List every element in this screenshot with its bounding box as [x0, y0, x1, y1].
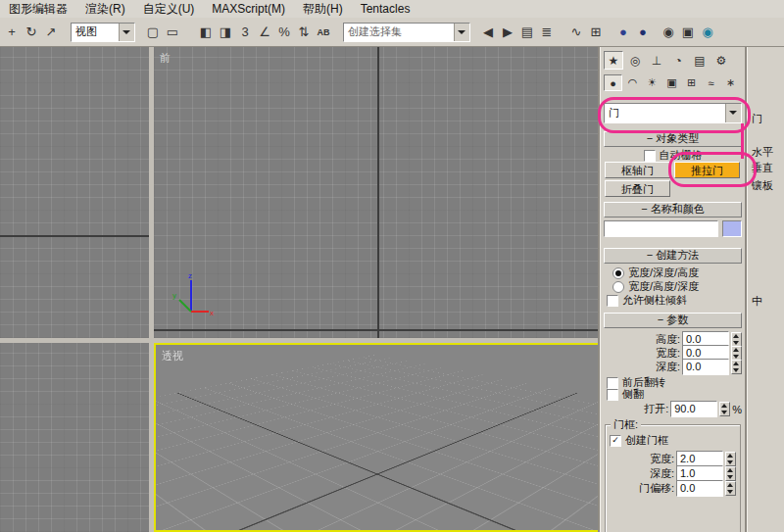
named-selection-set-value: 创建选择集: [344, 24, 454, 39]
menu-bar: 图形编辑器 渲染(R) 自定义(U) MAXScript(M) 帮助(H) Te…: [0, 0, 784, 19]
tab-modify-icon[interactable]: ◎: [625, 51, 645, 70]
menu-item-graph-editors[interactable]: 图形编辑器: [0, 0, 76, 18]
door-offset-input[interactable]: 0.0: [676, 480, 723, 497]
select-and-rotate-icon[interactable]: ↻: [22, 22, 41, 43]
tab-utilities-icon[interactable]: ⚙: [711, 51, 731, 70]
viewport-perspective-active[interactable]: 透视: [154, 343, 600, 532]
chevron-down-icon[interactable]: [119, 24, 134, 41]
object-color-swatch[interactable]: [722, 220, 742, 237]
next-selection-icon[interactable]: ▶: [498, 22, 517, 43]
door-offset-label: 门偏移:: [639, 481, 674, 496]
category-cameras-icon[interactable]: ▣: [662, 74, 681, 91]
main-toolbar: + ↻ ↗ 视图 ▢ ▭ ◧ ◨ 3 ∠ % ⇅ AB 创建选择集 ◀ ▶ ▤ …: [0, 18, 784, 47]
snap-toggle-3d-icon[interactable]: 3: [235, 22, 255, 43]
category-spacewarps-icon[interactable]: ≈: [702, 74, 720, 91]
edit-named-selection-icon[interactable]: ▤: [517, 22, 537, 43]
create-frame-checkbox[interactable]: ✓: [610, 435, 621, 447]
axis-x-label: x: [210, 309, 214, 317]
material-editor-icon[interactable]: ●: [613, 22, 633, 43]
angle-snap-icon[interactable]: ∠: [255, 22, 274, 43]
menu-item-tentacles[interactable]: Tentacles: [352, 0, 419, 18]
collapse-icon: −: [647, 249, 653, 261]
depth-spinner[interactable]: [731, 360, 742, 374]
grid-axis-line: [0, 235, 149, 237]
keyboard-override-icon[interactable]: AB: [314, 22, 333, 43]
viewport-front[interactable]: 前 z x y: [154, 47, 600, 338]
chevron-down-icon[interactable]: [454, 24, 469, 41]
folding-door-button[interactable]: 折叠门: [605, 180, 670, 197]
viewport-label[interactable]: 前: [160, 51, 171, 66]
command-panel-tabs: ★ ◎ ⊥ ◔ ▤ ⚙: [604, 51, 742, 70]
flip-hinge-checkbox[interactable]: [607, 389, 618, 401]
open-spinner[interactable]: [719, 402, 730, 416]
object-name-input[interactable]: [604, 220, 718, 237]
grid-axis-line: [154, 329, 600, 331]
tab-hierarchy-icon[interactable]: ⊥: [647, 51, 666, 70]
slate-material-editor-icon[interactable]: ●: [633, 22, 653, 43]
door-offset-row: 门偏移: 0.0: [610, 480, 736, 497]
rollout-parameters[interactable]: − 参数: [604, 313, 742, 328]
category-helpers-icon[interactable]: ⊞: [682, 74, 701, 91]
align-icon[interactable]: ◨: [216, 22, 235, 43]
chevron-down-icon[interactable]: [725, 104, 741, 122]
autogrid-label: 自动栅格: [660, 148, 703, 163]
select-and-move-icon[interactable]: +: [2, 22, 22, 43]
percent-snap-icon[interactable]: %: [274, 22, 294, 43]
tab-motion-icon[interactable]: ◔: [668, 51, 688, 70]
rollout-creation-method[interactable]: − 创建方法: [604, 248, 742, 264]
frame-depth-spinner[interactable]: [725, 466, 736, 481]
select-and-scale-icon[interactable]: ↗: [41, 22, 61, 43]
sliding-door-button[interactable]: 推拉门: [674, 162, 740, 178]
render-production-icon[interactable]: ◉: [698, 22, 717, 43]
flip-hinge-row: 侧翻: [607, 387, 742, 402]
render-setup-icon[interactable]: ◉: [659, 22, 678, 43]
named-selection-set-combo[interactable]: 创建选择集: [343, 23, 470, 42]
viewport-bottom-left[interactable]: [0, 343, 149, 532]
menu-item-help[interactable]: 帮助(H): [294, 0, 352, 18]
radio-width-height-depth[interactable]: [612, 281, 624, 293]
viewport-label[interactable]: 透视: [162, 349, 183, 363]
tab-display-icon[interactable]: ▤: [690, 51, 710, 70]
allow-jambs-checkbox[interactable]: [607, 295, 618, 307]
tab-create-icon[interactable]: ★: [604, 51, 623, 70]
axis-y-label: y: [172, 291, 176, 300]
rendered-frame-window-icon[interactable]: ▣: [678, 22, 698, 43]
geometry-category-dropdown[interactable]: 门: [604, 103, 742, 123]
menu-item-rendering[interactable]: 渲染(R): [76, 0, 134, 18]
open-unit: %: [732, 404, 742, 415]
frame-width-spinner[interactable]: [725, 452, 736, 466]
layers-icon[interactable]: ≣: [537, 22, 557, 43]
rollout-name-color[interactable]: − 名称和颜色: [604, 202, 742, 218]
category-systems-icon[interactable]: ∗: [721, 74, 740, 91]
door-offset-spinner[interactable]: [725, 481, 736, 496]
category-shapes-icon[interactable]: ◠: [623, 74, 642, 91]
radio-width-depth-height[interactable]: [612, 267, 624, 279]
autogrid-checkbox[interactable]: [644, 150, 656, 162]
category-geometry-icon[interactable]: ●: [604, 74, 622, 91]
menu-item-maxscript[interactable]: MAXScript(M): [203, 0, 294, 18]
rollout-object-type[interactable]: − 对象类型: [604, 131, 742, 147]
viewport-layout-dropdown[interactable]: 视图: [71, 23, 135, 42]
pivot-door-button[interactable]: 枢轴门: [605, 162, 670, 178]
spinner-snap-icon[interactable]: ⇅: [294, 22, 314, 43]
create-frame-row: ✓ 创建门框: [610, 433, 668, 448]
category-lights-icon[interactable]: ☀: [643, 74, 662, 91]
menu-item-customize[interactable]: 自定义(U): [134, 0, 204, 18]
3dsmax-window: 图形编辑器 渲染(R) 自定义(U) MAXScript(M) 帮助(H) Te…: [0, 0, 784, 532]
depth-input[interactable]: 0.0: [682, 359, 729, 375]
viewport-top-left[interactable]: [0, 47, 149, 338]
allow-jambs-label: 允许侧柱倾斜: [622, 293, 687, 308]
prev-selection-icon[interactable]: ◀: [478, 22, 498, 43]
curve-editor-icon[interactable]: ∿: [566, 22, 586, 43]
viewport-config-icon[interactable]: ▢: [143, 22, 163, 43]
open-input[interactable]: 90.0: [670, 401, 717, 417]
schematic-view-icon[interactable]: ⊞: [586, 22, 606, 43]
mirror-icon[interactable]: ◧: [196, 22, 216, 43]
depth-label: 深度:: [656, 360, 680, 374]
selection-region-icon[interactable]: ▭: [163, 22, 182, 43]
frame-width-label: 宽度:: [650, 452, 674, 466]
check-icon: ✓: [612, 436, 619, 445]
rollout-title: 对象类型: [656, 132, 699, 144]
geometry-category-value: 门: [605, 106, 725, 121]
door-frame-group-label: 门框:: [611, 417, 641, 432]
